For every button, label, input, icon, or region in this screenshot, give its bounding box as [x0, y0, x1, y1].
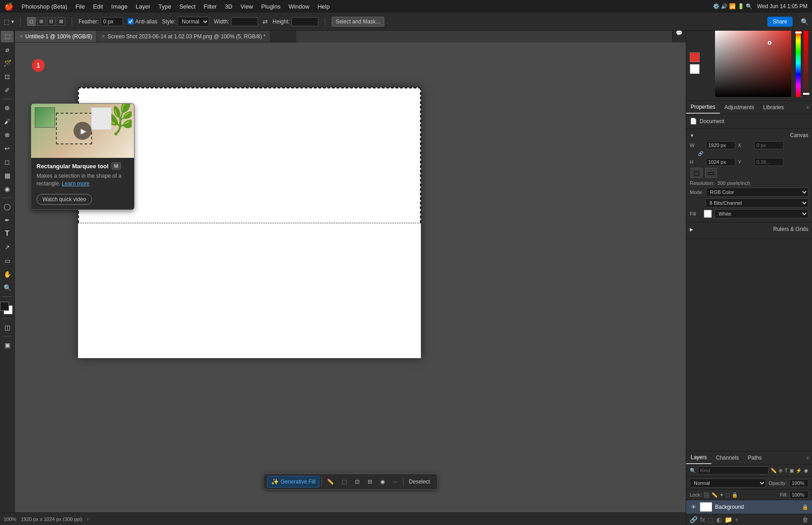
- learn-more-link[interactable]: Learn more: [62, 180, 89, 187]
- bits-select[interactable]: 8 Bits/Channel: [706, 198, 808, 207]
- marquee-tool[interactable]: ⬚: [1, 30, 14, 42]
- props-panel-menu[interactable]: ≡: [804, 103, 812, 112]
- portrait-btn[interactable]: ◻: [691, 168, 702, 178]
- width-input[interactable]: [231, 17, 258, 26]
- quick-select-tool[interactable]: 🪄: [1, 57, 14, 69]
- filter-icon-5[interactable]: ⚡: [796, 468, 802, 474]
- pen-tool[interactable]: ✒: [1, 214, 14, 226]
- tab-screenshot[interactable]: ✕ Screen Shot 2023-06-14 at 1.02.03 PM.p…: [97, 31, 270, 42]
- hue-strip[interactable]: [796, 29, 801, 97]
- float-btn-transform[interactable]: ⬚: [338, 477, 351, 487]
- layer-visibility-icon[interactable]: 👁: [690, 503, 697, 511]
- new-selection-icon[interactable]: ◻: [27, 17, 36, 26]
- tab-close-untitled[interactable]: ✕: [19, 34, 23, 39]
- canvas-area[interactable]: 1 2 🌿 ▶ Rectangular Marquee tool: [15, 42, 686, 512]
- menu-help[interactable]: Help: [318, 3, 330, 10]
- float-btn-fill[interactable]: ◉: [377, 477, 388, 487]
- layer-item-background[interactable]: 👁 Background 🔒: [686, 500, 812, 514]
- filter-icon-3[interactable]: T: [784, 468, 788, 473]
- height-input[interactable]: [291, 17, 318, 26]
- healing-tool[interactable]: ⊕: [1, 101, 14, 114]
- float-btn-crop[interactable]: ⊟: [364, 477, 376, 487]
- add-mask-icon[interactable]: ⬚: [708, 516, 714, 523]
- style-select[interactable]: Normal: [177, 17, 209, 27]
- layers-menu[interactable]: ≡: [804, 453, 812, 462]
- layer-filter-input[interactable]: [698, 466, 769, 474]
- lock-image-icon[interactable]: ✏️: [711, 492, 718, 498]
- apple-icon[interactable]: 🍎: [5, 2, 14, 11]
- filter-icon-1[interactable]: ✏️: [770, 468, 777, 474]
- add-selection-icon[interactable]: ⊞: [37, 17, 46, 26]
- opacity-input[interactable]: [789, 479, 808, 487]
- tab-channels[interactable]: Channels: [711, 452, 743, 464]
- fill-select[interactable]: White: [715, 209, 808, 218]
- anti-alias-checkbox[interactable]: [128, 18, 134, 24]
- canvas-y-input[interactable]: [754, 158, 784, 166]
- share-button[interactable]: Share: [767, 17, 793, 27]
- float-btn-warp[interactable]: ⊡: [351, 477, 363, 487]
- dodge-tool[interactable]: ◯: [1, 200, 14, 213]
- select-mask-button[interactable]: Select and Mask...: [332, 17, 384, 27]
- menu-photoshop[interactable]: Photoshop (Beta): [22, 3, 67, 10]
- canvas-height-input[interactable]: [706, 158, 735, 166]
- menu-layer[interactable]: Layer: [136, 3, 151, 10]
- marquee-icon[interactable]: ⬚: [4, 18, 9, 25]
- type-tool[interactable]: T: [1, 227, 14, 240]
- eyedropper-tool[interactable]: ✐: [1, 84, 14, 97]
- menu-select[interactable]: Select: [179, 3, 195, 10]
- menu-view[interactable]: View: [240, 3, 253, 10]
- canvas-width-input[interactable]: [706, 141, 735, 149]
- lock-all-icon[interactable]: 🔒: [732, 492, 738, 498]
- search-layers-icon[interactable]: 🔍: [690, 468, 696, 474]
- tab-close-screenshot[interactable]: ✕: [102, 34, 105, 39]
- feather-input[interactable]: [101, 17, 123, 26]
- lasso-tool[interactable]: ⌀: [1, 43, 14, 56]
- canvas-x-input[interactable]: [754, 141, 784, 149]
- tab-layers[interactable]: Layers: [686, 451, 711, 464]
- menu-file[interactable]: File: [75, 3, 85, 10]
- filter-icon-2[interactable]: ⊕: [779, 468, 783, 474]
- add-layer-icon[interactable]: +: [735, 516, 738, 523]
- gradient-tool[interactable]: ▦: [1, 169, 14, 182]
- blend-mode-select[interactable]: Normal: [690, 479, 766, 488]
- background-swatch[interactable]: [690, 64, 700, 74]
- foreground-swatch[interactable]: [690, 52, 700, 62]
- marquee-options-icon[interactable]: ▾: [11, 18, 14, 25]
- screen-mode-tool[interactable]: ▣: [1, 339, 14, 351]
- menu-window[interactable]: Window: [289, 3, 309, 10]
- foreground-color-swatch[interactable]: [0, 302, 9, 311]
- tooltip-play-button[interactable]: ▶: [74, 122, 92, 140]
- eraser-tool[interactable]: ◻: [1, 156, 14, 168]
- history-brush-tool[interactable]: ↩: [1, 142, 14, 155]
- menu-image[interactable]: Image: [111, 3, 128, 10]
- tab-untitled[interactable]: ✕ Untitled-1 @ 100% (RGB/8): [15, 31, 97, 42]
- delete-layer-icon[interactable]: 🗑: [802, 516, 808, 523]
- generative-fill-button[interactable]: ✨ Generative Fill: [267, 476, 319, 488]
- path-select-tool[interactable]: ↗: [1, 241, 14, 253]
- menu-plugins[interactable]: Plugins: [261, 3, 281, 10]
- hand-tool[interactable]: ✋: [1, 268, 14, 281]
- arrow-nav[interactable]: ›: [87, 516, 89, 522]
- color-preview-swatch[interactable]: [690, 52, 700, 74]
- color-cursor[interactable]: [768, 41, 771, 45]
- stamp-tool[interactable]: ⊗: [1, 129, 14, 141]
- crop-tool[interactable]: ⊡: [1, 70, 14, 83]
- zoom-tool[interactable]: 🔍: [1, 281, 14, 294]
- color-gradient-picker[interactable]: [715, 29, 791, 97]
- tab-adjustments[interactable]: Adjustments: [720, 101, 759, 113]
- tab-paths[interactable]: Paths: [743, 452, 766, 464]
- fill-color-swatch[interactable]: [704, 210, 712, 218]
- menu-3d[interactable]: 3D: [225, 3, 232, 10]
- intersect-selection-icon[interactable]: ⊠: [57, 17, 65, 26]
- lock-artboard-icon[interactable]: ⬚: [725, 492, 730, 498]
- landscape-btn[interactable]: ▭: [705, 168, 717, 178]
- mode-select[interactable]: RGB Color: [706, 188, 808, 197]
- tab-libraries[interactable]: Libraries: [759, 101, 789, 113]
- menu-filter[interactable]: Filter: [204, 3, 217, 10]
- subtract-selection-icon[interactable]: ⊟: [47, 17, 55, 26]
- add-adjustment-icon[interactable]: ◐: [716, 516, 722, 523]
- deselect-button[interactable]: Deselect: [405, 477, 434, 487]
- tab-properties[interactable]: Properties: [686, 101, 720, 114]
- alpha-strip[interactable]: [803, 29, 808, 97]
- lock-transparent-icon[interactable]: ⬛: [703, 492, 710, 498]
